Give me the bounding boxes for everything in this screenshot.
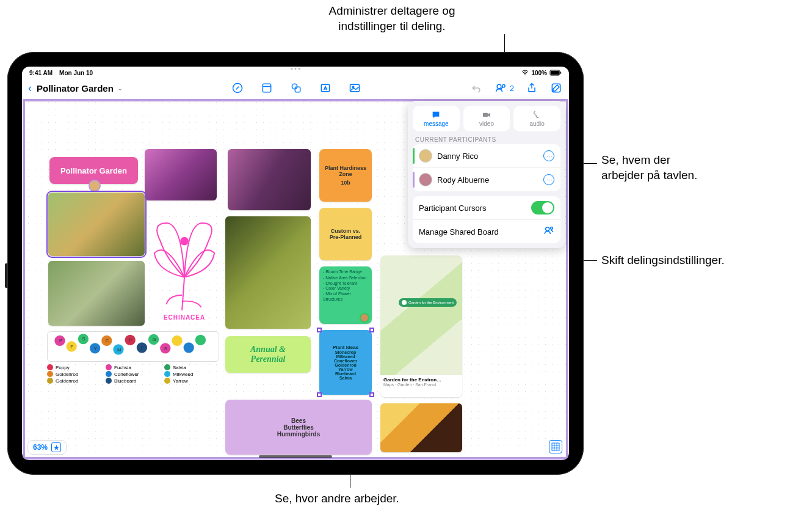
sticky-bloom[interactable]: - Bloom Time Range - Native Area Selecti… — [319, 266, 372, 324]
callout-cursors: Se, hvor andre arbejder. — [275, 491, 399, 507]
tab-audio-label: audio — [529, 120, 544, 127]
popover-tab-message[interactable]: message — [413, 106, 460, 131]
participant-row[interactable]: Danny Rico ⋯ — [413, 144, 560, 168]
zoom-fit-icon[interactable]: ★ — [51, 442, 61, 452]
participants-header: CURRENT PARTICIPANTS — [415, 136, 558, 143]
legend-grid: PoppyFuchsiaSalviaGoldenrodConeflowerMil… — [47, 364, 219, 384]
sticky-ideas[interactable]: Plant Ideas Stonecrop Milkweed Coneflowe… — [319, 330, 372, 395]
switch-on[interactable] — [531, 201, 554, 215]
idea-6: Salvia — [339, 376, 352, 380]
bloom-1: - Native Area Selection — [323, 276, 368, 281]
popover-tab-audio[interactable]: audio — [513, 106, 560, 131]
sticky-annual[interactable]: Annual & Perennial — [225, 336, 311, 373]
photo-garden-purple[interactable] — [228, 149, 311, 210]
participant-more-icon[interactable]: ⋯ — [543, 174, 554, 185]
svg-text:F: F — [140, 345, 143, 351]
idea-1: Milkweed — [336, 354, 355, 359]
svg-point-25 — [172, 336, 182, 346]
svg-text:C: C — [106, 338, 109, 343]
svg-rect-39 — [483, 113, 488, 117]
svg-rect-7 — [295, 87, 300, 92]
svg-text:G: G — [153, 337, 156, 342]
shape-tool-icon[interactable] — [289, 81, 303, 95]
svg-point-0 — [525, 74, 526, 75]
legend-card[interactable]: PF SY CM PF GS PoppyFuchsiaSalviaGoldenr… — [47, 331, 219, 384]
avatar-on-title — [89, 180, 101, 192]
participant-edge — [413, 148, 415, 164]
idea-3: Goldenrod — [335, 363, 356, 367]
svg-text:P: P — [59, 338, 62, 343]
svg-point-26 — [184, 342, 194, 353]
photo-flower-pink[interactable] — [145, 149, 217, 200]
avatar-on-bloom — [360, 313, 369, 323]
collaborate-icon[interactable] — [494, 81, 507, 95]
callout-top: Administrer deltagere og indstillinger t… — [288, 4, 496, 34]
svg-rect-5 — [263, 84, 270, 92]
svg-rect-2 — [551, 70, 559, 75]
minimap-button[interactable] — [549, 440, 562, 453]
sticky-tool-icon[interactable] — [260, 81, 274, 95]
map-card[interactable]: Garden for the Environment Garden for th… — [380, 255, 462, 397]
photo-wide-garden[interactable] — [225, 216, 311, 329]
svg-point-6 — [292, 84, 297, 89]
svg-point-41 — [551, 227, 553, 229]
photo-bee[interactable] — [48, 193, 145, 256]
zoom-control[interactable]: 63% ★ — [27, 440, 67, 455]
participants-list: Danny Rico ⋯ Rody Albuerne ⋯ — [413, 144, 560, 191]
status-time: 9:41 AM — [29, 70, 53, 76]
undo-icon[interactable] — [469, 81, 483, 95]
svg-text:P: P — [129, 337, 132, 343]
map-title: Garden for the Environ… — [383, 377, 459, 383]
legend-item: Goldenrod — [47, 371, 102, 377]
participant-cursors-toggle[interactable]: Participant Cursors — [413, 196, 560, 220]
idea-4: Yarrow — [338, 367, 352, 372]
pen-tool-icon[interactable] — [231, 81, 244, 95]
avatar — [419, 173, 432, 186]
compose-icon[interactable] — [549, 81, 563, 95]
multitask-dots[interactable] — [291, 68, 300, 70]
svg-text:M: M — [117, 347, 121, 353]
board-title[interactable]: Pollinator Garden — [37, 83, 114, 94]
zone-label: Plant Hardiness Zone — [325, 165, 366, 177]
share-icon[interactable] — [525, 81, 538, 95]
participant-edge — [413, 172, 415, 188]
legend-item: Bluebeard — [106, 378, 161, 384]
photo-meadow[interactable] — [48, 261, 145, 326]
participant-name: Danny Rico — [437, 152, 538, 161]
back-button[interactable]: ‹ — [28, 82, 32, 95]
collaboration-popover: message video audio CURRENT PARTICIPANTS… — [408, 101, 565, 248]
svg-text:S: S — [82, 336, 85, 342]
legend-item: Yarrow — [164, 378, 219, 384]
popover-tab-video[interactable]: video — [463, 106, 510, 131]
sketch-flower[interactable]: ECHINACEA — [148, 204, 220, 320]
legend-item: Coneflower — [106, 371, 161, 377]
avatar — [419, 149, 432, 163]
sticky-zone[interactable]: Plant Hardiness Zone 10b — [319, 149, 372, 202]
home-indicator[interactable] — [259, 455, 332, 458]
toolbar: ‹ Pollinator Garden ⌄ 2 — [22, 78, 569, 98]
callout-sharing: Skift delingsindstillinger. — [601, 253, 725, 268]
legend-item: Poppy — [47, 364, 102, 370]
title-menu-chevron[interactable]: ⌄ — [117, 84, 123, 92]
sticky-custom[interactable]: Custom vs. Pre-Planned — [319, 208, 372, 260]
participant-name: Rody Albuerne — [437, 175, 538, 185]
manage-icon — [543, 225, 554, 238]
screen: 9:41 AM Mon Jun 10 100% ‹ Pollinator Gar… — [22, 67, 569, 460]
svg-point-11 — [497, 84, 501, 89]
sticky-bees[interactable]: Bees Butterflies Hummingbirds — [225, 400, 372, 455]
text-tool-icon[interactable] — [319, 81, 332, 95]
callout-participants: Se, hvem der arbejder på tavlen. — [601, 153, 697, 183]
media-tool-icon[interactable] — [348, 81, 361, 95]
zone-value: 10b — [341, 180, 350, 186]
legend-item: Salvia — [164, 364, 219, 370]
bloom-2: - Drought Tolerant — [323, 281, 368, 287]
photo-bee-closeup[interactable] — [380, 403, 462, 452]
battery-pct: 100% — [531, 70, 547, 76]
map-pin: Garden for the Environment — [399, 298, 457, 307]
collab-count: 2 — [510, 84, 514, 93]
participant-row[interactable]: Rody Albuerne ⋯ — [413, 168, 560, 191]
participant-more-icon[interactable]: ⋯ — [543, 150, 554, 161]
manage-shared-board[interactable]: Manage Shared Board — [413, 220, 560, 243]
bloom-4: - Mix of Flower Structures — [323, 292, 368, 302]
bloom-3: - Color Variety — [323, 286, 368, 292]
